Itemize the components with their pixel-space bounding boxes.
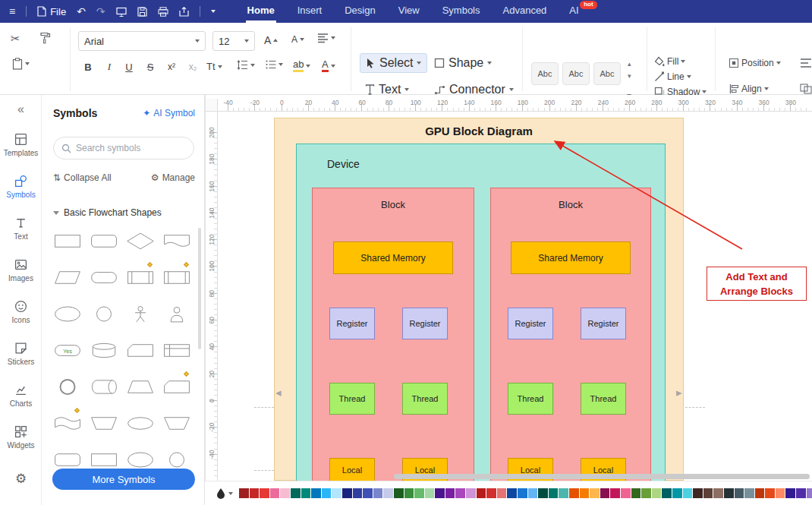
redo-button[interactable]: ↷: [96, 6, 105, 17]
canvas-area[interactable]: -40-200204060801001201401601802002202402…: [205, 95, 812, 481]
color-swatch[interactable]: [332, 488, 341, 498]
color-swatch[interactable]: [260, 488, 269, 498]
tab-insert[interactable]: Insert: [296, 0, 324, 23]
color-swatch[interactable]: [785, 488, 795, 498]
sidebar-item-images[interactable]: Images: [0, 251, 42, 290]
more-symbols-button[interactable]: More Symbols: [52, 469, 195, 490]
color-swatch[interactable]: [549, 488, 559, 498]
select-tool-button[interactable]: Select: [360, 53, 427, 73]
color-swatch[interactable]: [796, 488, 806, 498]
diagram-page[interactable]: GPU Block Diagram Device Block Shared Me…: [274, 118, 684, 481]
symbol-shape[interactable]: [122, 224, 159, 260]
color-swatch[interactable]: [322, 488, 332, 498]
presentation-icon[interactable]: [116, 7, 127, 17]
color-swatch[interactable]: [631, 488, 641, 498]
thread-shape[interactable]: Thread: [402, 383, 448, 415]
sidebar-item-charts[interactable]: Charts: [0, 376, 42, 415]
color-swatch[interactable]: [342, 488, 352, 498]
shared-memory-shape[interactable]: Shared Memory: [333, 241, 453, 274]
font-color-button[interactable]: A: [322, 59, 335, 72]
symbol-shape[interactable]: [86, 370, 122, 406]
local-shape[interactable]: Local: [329, 458, 375, 481]
sidebar-item-templates[interactable]: Templates: [0, 125, 42, 165]
align-text-button[interactable]: [317, 33, 335, 43]
panel-scrollbar[interactable]: [198, 228, 201, 349]
color-swatch[interactable]: [414, 488, 424, 498]
shared-memory-shape[interactable]: Shared Memory: [511, 241, 631, 274]
arrange-extra-icon[interactable]: [800, 58, 812, 68]
color-swatch[interactable]: [735, 488, 744, 498]
device-container[interactable]: Device Block Shared Memory Register Regi…: [296, 144, 666, 481]
shape-section-header[interactable]: Basic Flowchart Shapes: [53, 207, 162, 218]
sidebar-item-symbols[interactable]: Symbols: [0, 167, 42, 207]
strikethrough-button[interactable]: S: [140, 58, 160, 76]
color-swatch[interactable]: [693, 488, 703, 498]
color-swatch[interactable]: [394, 488, 404, 498]
color-swatch[interactable]: [600, 488, 610, 498]
symbol-shape[interactable]: [122, 370, 159, 406]
symbol-shape[interactable]: [86, 333, 122, 370]
color-swatch[interactable]: [466, 488, 476, 498]
color-swatch[interactable]: [477, 488, 486, 498]
color-swatch[interactable]: [270, 488, 280, 498]
color-swatch[interactable]: [239, 488, 249, 498]
search-input[interactable]: [76, 143, 182, 153]
styles-scroll-down-icon[interactable]: ▾: [628, 73, 631, 80]
color-swatch[interactable]: [652, 488, 662, 498]
color-swatch[interactable]: [291, 488, 301, 498]
color-swatch[interactable]: [301, 488, 311, 498]
line-spacing-button[interactable]: [237, 60, 255, 70]
sidebar-item-stickers[interactable]: Stickers: [0, 334, 42, 374]
color-swatch[interactable]: [744, 488, 754, 498]
sidebar-item-widgets[interactable]: Widgets: [0, 418, 42, 457]
tab-view[interactable]: View: [397, 0, 421, 23]
color-swatch[interactable]: [404, 488, 414, 498]
color-swatch[interactable]: [455, 488, 465, 498]
symbol-shape[interactable]: [49, 370, 86, 406]
position-button[interactable]: Position: [729, 58, 781, 68]
color-swatch[interactable]: [713, 488, 723, 498]
color-swatch[interactable]: [776, 488, 785, 498]
color-swatch[interactable]: [807, 488, 812, 498]
symbol-shape[interactable]: [159, 260, 195, 297]
sidebar-item-icons[interactable]: Icons: [0, 292, 42, 332]
color-swatch[interactable]: [528, 488, 538, 498]
color-swatch[interactable]: [559, 488, 568, 498]
decrease-font-button[interactable]: A: [291, 34, 304, 45]
collapse-ribbon-icon[interactable]: [211, 10, 216, 13]
style-preview-chip[interactable]: Abc: [593, 62, 621, 85]
symbol-shape[interactable]: [122, 406, 159, 443]
symbol-shape[interactable]: [86, 297, 122, 333]
collapse-all-button[interactable]: ⇅ Collapse All: [53, 172, 112, 183]
style-preview-chip[interactable]: Abc: [562, 62, 590, 85]
color-swatch[interactable]: [373, 488, 383, 498]
color-swatch[interactable]: [662, 488, 672, 498]
color-swatch[interactable]: [425, 488, 435, 498]
color-swatch[interactable]: [353, 488, 363, 498]
color-swatch[interactable]: [486, 488, 496, 498]
color-swatch[interactable]: [445, 488, 455, 498]
ai-symbol-button[interactable]: ✦ AI Symbol: [143, 108, 195, 118]
color-swatch[interactable]: [683, 488, 693, 498]
paste-button[interactable]: [12, 58, 30, 70]
register-shape[interactable]: Register: [402, 308, 448, 339]
register-shape[interactable]: Register: [508, 308, 553, 339]
symbol-shape[interactable]: [49, 406, 86, 443]
symbol-shape[interactable]: [159, 333, 195, 370]
register-shape[interactable]: Register: [329, 308, 375, 339]
color-swatch[interactable]: [610, 488, 620, 498]
collapse-panel-icon[interactable]: «: [0, 103, 42, 116]
symbol-shape[interactable]: [49, 260, 86, 297]
symbol-shape[interactable]: [122, 260, 159, 297]
settings-gear-icon[interactable]: ⚙: [0, 471, 42, 487]
symbol-shape[interactable]: [159, 370, 195, 406]
highlight-button[interactable]: ab: [293, 59, 310, 72]
bullet-list-button[interactable]: [266, 60, 283, 69]
format-painter-button[interactable]: [39, 32, 51, 44]
color-swatch[interactable]: [672, 488, 682, 498]
color-swatch[interactable]: [755, 488, 765, 498]
quick-color-button[interactable]: [216, 488, 233, 500]
print-icon[interactable]: [158, 7, 168, 17]
shape-tool-button[interactable]: Shape: [429, 53, 497, 73]
symbol-shape[interactable]: [159, 406, 195, 443]
